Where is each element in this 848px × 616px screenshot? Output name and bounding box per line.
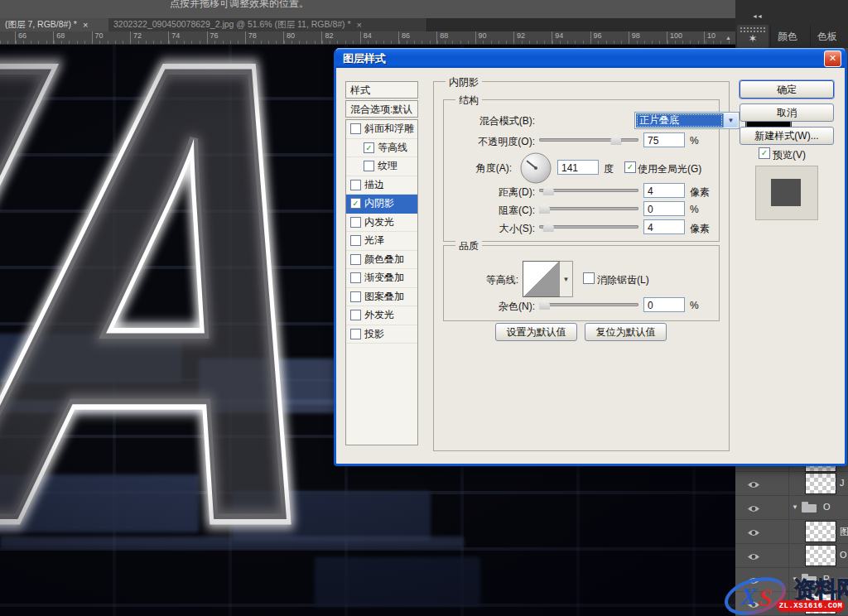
layer-row[interactable]: J xyxy=(735,472,848,496)
slider-thumb[interactable] xyxy=(539,300,550,310)
layer-thumbnail[interactable] xyxy=(805,545,836,566)
style-item-斜面和浮雕[interactable]: 斜面和浮雕 xyxy=(346,120,417,139)
cancel-button[interactable]: 取消 xyxy=(740,103,834,122)
styles-header[interactable]: 样式 xyxy=(345,81,418,99)
checkbox[interactable] xyxy=(350,180,361,190)
slider-thumb[interactable] xyxy=(543,185,554,195)
angle-input[interactable]: 141 xyxy=(557,160,599,175)
tab-swatches[interactable]: 色板 xyxy=(810,25,844,48)
antialias-checkbox[interactable] xyxy=(583,272,595,284)
choke-unit: % xyxy=(690,204,699,215)
preview-checkbox[interactable]: ✓ xyxy=(759,147,770,159)
expand-triangle-icon[interactable]: ▼ xyxy=(792,503,798,511)
checkbox[interactable]: ✓ xyxy=(350,198,361,209)
document-tab-active[interactable]: (图层 7, RGB/8#) * × xyxy=(0,18,118,31)
slider-track[interactable] xyxy=(539,207,638,210)
style-item-颜色叠加[interactable]: 颜色叠加 xyxy=(346,251,417,270)
slider-track[interactable] xyxy=(539,189,638,192)
blending-options-item[interactable]: 混合选项:默认 xyxy=(345,100,418,118)
style-item-label: 渐变叠加 xyxy=(364,271,404,285)
visibility-toggle-icon[interactable] xyxy=(747,502,778,513)
folder-icon xyxy=(802,504,817,513)
checkbox[interactable] xyxy=(350,217,361,228)
layer-thumbnail[interactable] xyxy=(805,521,836,542)
visibility-toggle-icon[interactable] xyxy=(747,526,778,537)
antialias-label: 消除锯齿(L) xyxy=(597,273,649,287)
style-item-外发光[interactable]: 外发光 xyxy=(346,306,417,325)
layer-row[interactable]: ▼O xyxy=(735,496,848,520)
checkbox[interactable] xyxy=(350,235,361,246)
layer-name: O xyxy=(840,550,847,560)
close-icon[interactable]: ✕ xyxy=(824,51,841,67)
ruler-label: 72 xyxy=(130,31,142,44)
ruler-label: 96 xyxy=(590,31,602,44)
style-item-光泽[interactable]: 光泽 xyxy=(346,232,417,251)
checkbox[interactable]: ✓ xyxy=(364,142,374,153)
distance-input[interactable]: 4 xyxy=(643,183,685,198)
angle-dial[interactable] xyxy=(520,152,552,186)
collapse-panels-icon[interactable]: ◄◄ xyxy=(752,13,762,19)
quality-group: 品质 等高线: ▼ 消除锯齿(L) 杂色(N): 0 % xyxy=(443,245,720,321)
scroll-arrow-icon[interactable]: ▲ xyxy=(725,35,731,41)
size-slider xyxy=(539,221,638,233)
close-tab-icon[interactable]: × xyxy=(83,20,88,30)
chevron-down-icon[interactable]: ▼ xyxy=(723,113,738,128)
checkbox[interactable] xyxy=(350,254,361,265)
contour-thumbnail[interactable] xyxy=(523,261,561,297)
style-item-描边[interactable]: 描边 xyxy=(346,176,417,195)
dialog-titlebar[interactable]: 图层样式 ✕ xyxy=(336,48,845,68)
ruler-label: 92 xyxy=(513,31,525,44)
slider-track[interactable] xyxy=(539,303,638,306)
style-item-图案叠加[interactable]: 图案叠加 xyxy=(346,288,417,307)
visibility-toggle-icon[interactable] xyxy=(747,478,778,489)
checkbox[interactable] xyxy=(350,329,361,339)
angle-unit: 度 xyxy=(604,162,614,176)
visibility-toggle-icon[interactable] xyxy=(747,550,778,561)
style-item-等高线[interactable]: ✓等高线 xyxy=(346,139,417,158)
distance-slider xyxy=(539,185,638,196)
new-style-button[interactable]: 新建样式(W)... xyxy=(740,127,834,145)
style-item-投影[interactable]: 投影 xyxy=(346,325,417,344)
document-tab-bar: (图层 7, RGB/8#) * × 3202322_090450078629_… xyxy=(0,18,735,31)
distance-unit: 像素 xyxy=(690,185,710,200)
slider-thumb[interactable] xyxy=(543,222,554,232)
chevron-down-icon[interactable]: ▼ xyxy=(560,261,573,297)
checkbox[interactable] xyxy=(350,272,361,283)
size-input[interactable]: 4 xyxy=(643,219,685,234)
style-item-内发光[interactable]: 内发光 xyxy=(346,214,417,233)
layer-thumbnail[interactable] xyxy=(805,473,836,494)
style-item-label: 图案叠加 xyxy=(364,290,404,304)
global-light-checkbox[interactable]: ✓ xyxy=(624,161,636,173)
global-light-label: 使用全局光(G) xyxy=(638,162,701,176)
blend-mode-select[interactable]: 正片叠底 ▼ xyxy=(634,112,740,129)
choke-input[interactable]: 0 xyxy=(643,201,685,216)
noise-slider xyxy=(539,299,638,310)
style-item-内阴影[interactable]: ✓内阴影 xyxy=(346,195,417,214)
style-item-渐变叠加[interactable]: 渐变叠加 xyxy=(346,269,417,288)
checkbox[interactable] xyxy=(364,161,374,171)
close-tab-icon[interactable]: × xyxy=(357,20,362,30)
noise-input[interactable]: 0 xyxy=(643,297,685,312)
slider-thumb[interactable] xyxy=(539,204,550,214)
panel-grip[interactable]: ✶ xyxy=(737,25,768,48)
layer-name: J xyxy=(840,478,845,488)
style-item-纹理[interactable]: 纹理 xyxy=(346,157,417,176)
reset-default-button[interactable]: 复位为默认值 xyxy=(585,323,667,341)
set-default-button[interactable]: 设置为默认值 xyxy=(495,323,577,341)
layer-row[interactable]: 图 xyxy=(735,520,848,544)
ok-button[interactable]: 确定 xyxy=(740,80,834,99)
document-tab[interactable]: 3202322_090450078629_2.jpg @ 51.6% (图层 1… xyxy=(108,18,427,31)
tab-color[interactable]: 颜色 xyxy=(770,25,804,48)
structure-legend: 结构 xyxy=(455,94,482,108)
checkbox[interactable] xyxy=(350,123,361,134)
slider-track[interactable] xyxy=(539,138,638,142)
slider-thumb[interactable] xyxy=(610,135,621,145)
checkbox[interactable] xyxy=(350,310,361,320)
structure-group: 结构 混合模式(B): 正片叠底 ▼ 不透明度(O): 75 % 角度(A): xyxy=(443,99,720,242)
group-name: O xyxy=(823,502,831,512)
slider-track[interactable] xyxy=(539,225,638,229)
noise-unit: % xyxy=(690,300,699,311)
layer-row[interactable]: O xyxy=(735,544,848,568)
opacity-input[interactable]: 75 xyxy=(643,132,685,147)
checkbox[interactable] xyxy=(350,291,361,302)
